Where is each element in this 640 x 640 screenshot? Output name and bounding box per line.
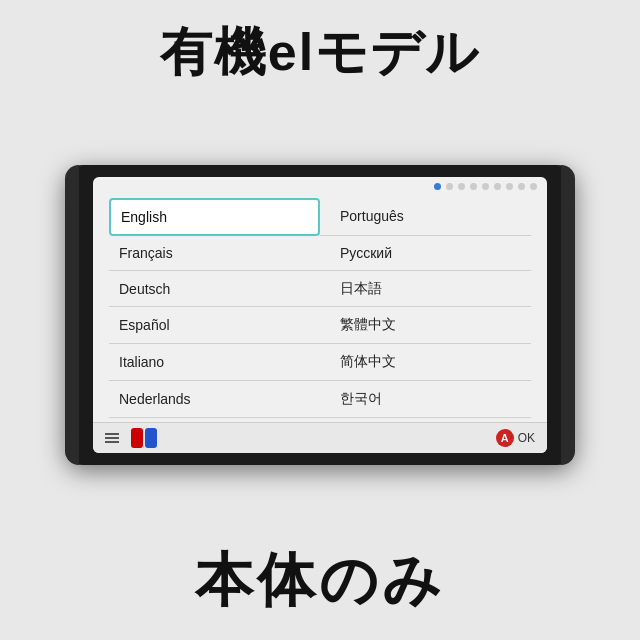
- lang-spanish[interactable]: Español: [109, 307, 320, 344]
- page-dots: [93, 177, 547, 194]
- footer-ok: A OK: [496, 429, 535, 447]
- screen-footer: A OK: [93, 422, 547, 453]
- dot-8: [518, 183, 525, 190]
- dot-6: [494, 183, 501, 190]
- ok-label: OK: [518, 431, 535, 445]
- lang-italian[interactable]: Italiano: [109, 344, 320, 381]
- footer-left: [105, 428, 157, 448]
- lang-japanese[interactable]: 日本語: [320, 271, 531, 308]
- dot-5: [482, 183, 489, 190]
- right-joycon-icon: [145, 428, 157, 448]
- dot-1: [434, 183, 441, 190]
- joycon-icons: [131, 428, 157, 448]
- left-joycon-strip: [65, 165, 79, 465]
- lang-russian[interactable]: Русский: [320, 236, 531, 271]
- lang-french[interactable]: Français: [109, 236, 320, 271]
- lang-korean[interactable]: 한국어: [320, 381, 531, 418]
- lang-portuguese[interactable]: Português: [320, 198, 531, 236]
- screen-display: English Português Français Русский Deuts…: [93, 177, 547, 453]
- lang-traditional-chinese[interactable]: 繁體中文: [320, 307, 531, 344]
- nintendo-switch-device: English Português Français Русский Deuts…: [65, 165, 575, 465]
- lang-german[interactable]: Deutsch: [109, 271, 320, 308]
- dot-3: [458, 183, 465, 190]
- lang-dutch[interactable]: Nederlands: [109, 381, 320, 418]
- device-wrapper: English Português Français Русский Deuts…: [0, 88, 640, 542]
- right-joycon-strip: [561, 165, 575, 465]
- dot-7: [506, 183, 513, 190]
- dot-4: [470, 183, 477, 190]
- left-joycon-icon: [131, 428, 143, 448]
- bottom-title: 本体のみ: [195, 542, 445, 640]
- menu-lines-icon: [105, 433, 119, 443]
- lang-simplified-chinese[interactable]: 简体中文: [320, 344, 531, 381]
- dot-2: [446, 183, 453, 190]
- lang-english[interactable]: English: [109, 198, 320, 236]
- language-grid: English Português Français Русский Deuts…: [93, 194, 547, 422]
- dot-9: [530, 183, 537, 190]
- top-title: 有機elモデル: [160, 0, 480, 88]
- screen: English Português Français Русский Deuts…: [93, 177, 547, 453]
- a-button-icon: A: [496, 429, 514, 447]
